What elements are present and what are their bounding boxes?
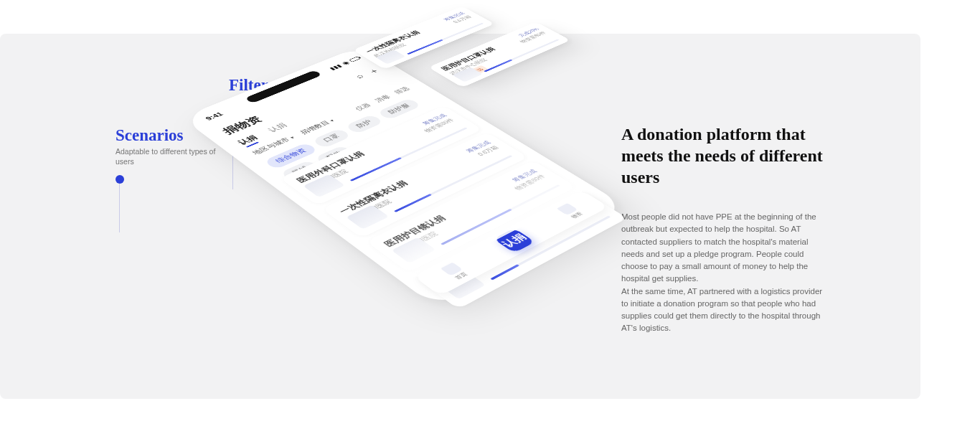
section-body: Most people did not have PPE at the begi… — [621, 211, 831, 335]
search-icon[interactable]: ⌕ — [353, 72, 368, 81]
chip-mask[interactable]: 口罩 — [311, 128, 352, 149]
fab-label: 认捐 — [499, 232, 530, 250]
chip-protect[interactable]: 防护 — [344, 114, 384, 134]
feature-section: Scenarios Adaptable to different types o… — [0, 34, 920, 399]
tab-home[interactable]: 首页 — [439, 261, 471, 281]
device-mock: 9:41 ▮▮▮ ◉ 捐物资 ⌕ ＋ 认捐 认捐 — [93, 127, 495, 400]
tab-pledge[interactable]: 认捐 — [236, 134, 260, 146]
battery-icon — [349, 57, 361, 62]
tab-supplies[interactable]: 物资 — [555, 202, 585, 220]
filter-icon-2[interactable]: 消毒 — [373, 94, 393, 104]
signal-icon: ▮▮▮ — [328, 63, 344, 71]
add-icon[interactable]: ＋ — [364, 66, 382, 75]
status-time: 9:41 — [204, 111, 225, 122]
copy-column: A donation platform that meets the needs… — [621, 123, 831, 335]
status-icons: ▮▮▮ ◉ — [327, 56, 362, 71]
tab-donate[interactable]: 认捐 — [266, 122, 290, 134]
filter-icon-3[interactable]: 筛选 — [392, 85, 412, 95]
section-heading: A donation platform that meets the needs… — [621, 123, 831, 188]
filter-icon-1[interactable]: 仪器 — [353, 102, 373, 112]
